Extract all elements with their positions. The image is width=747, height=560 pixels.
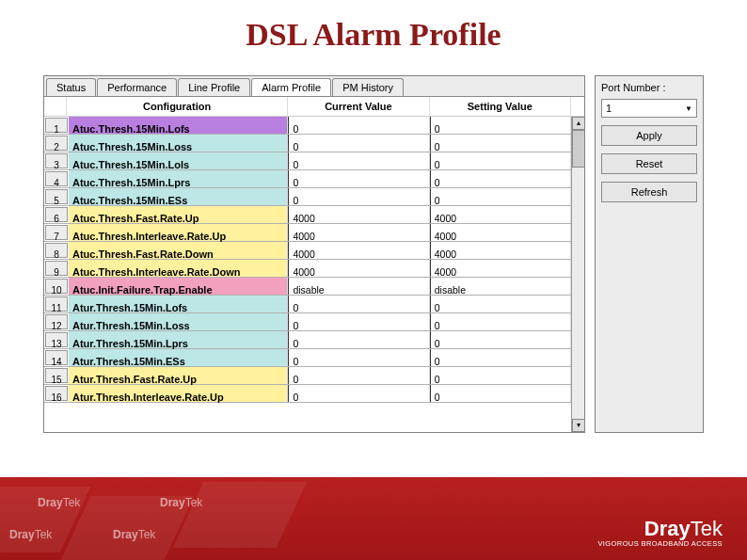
header-num (44, 97, 67, 116)
row-number: 16 (45, 386, 68, 401)
config-name: Atuc.Thresh.15Min.Lols (69, 152, 288, 169)
config-name: Atur.Thresh.Fast.Rate.Up (69, 367, 288, 384)
scroll-down-button[interactable]: ▾ (572, 419, 584, 432)
tab-status[interactable]: Status (46, 78, 96, 96)
side-panel: Port Number : 1 ▼ Apply Reset Refresh (595, 75, 704, 433)
setting-value[interactable]: 0 (430, 117, 571, 134)
current-value: 4000 (288, 242, 429, 259)
config-name: Atuc.Thresh.Fast.Rate.Down (69, 242, 288, 259)
table-row[interactable]: 2Atuc.Thresh.15Min.Loss00 (44, 135, 571, 152)
row-number: 3 (45, 153, 68, 168)
config-name: Atuc.Thresh.15Min.ESs (69, 188, 288, 205)
table-grid: 1Atuc.Thresh.15Min.Lofs002Atuc.Thresh.15… (44, 117, 584, 432)
row-number: 1 (45, 118, 68, 133)
setting-value[interactable]: 0 (430, 385, 571, 402)
footer: Confidential DrayTek DrayTek DrayTek Dra… (0, 477, 747, 560)
setting-value[interactable]: disable (430, 278, 571, 295)
table-row[interactable]: 9Atuc.Thresh.Interleave.Rate.Down4000400… (44, 260, 571, 278)
setting-value[interactable]: 0 (430, 188, 571, 205)
setting-value[interactable]: 0 (430, 152, 571, 169)
scroll-thumb[interactable] (572, 130, 584, 168)
setting-value[interactable]: 0 (430, 349, 571, 366)
row-number: 15 (45, 368, 68, 383)
row-number: 7 (45, 225, 68, 240)
config-name: Atuc.Init.Failure.Trap.Enable (69, 278, 288, 295)
setting-value[interactable]: 0 (430, 170, 571, 187)
config-name: Atuc.Thresh.Interleave.Rate.Down (69, 260, 288, 277)
table-row[interactable]: 4Atuc.Thresh.15Min.Lprs00 (44, 170, 571, 188)
brand-tagline: VIGOROUS BROADBAND ACCESS (597, 539, 723, 548)
row-number: 11 (45, 296, 68, 312)
setting-value[interactable]: 0 (430, 296, 571, 312)
table-row[interactable]: 5Atuc.Thresh.15Min.ESs00 (44, 188, 571, 206)
setting-value[interactable]: 4000 (430, 260, 571, 277)
current-value: 0 (288, 385, 429, 402)
current-value: 0 (288, 170, 429, 187)
current-value: 0 (288, 296, 429, 312)
config-name: Atur.Thresh.Interleave.Rate.Up (69, 385, 288, 402)
current-value: 4000 (288, 224, 429, 241)
watermark: DrayTek (160, 496, 202, 509)
watermark: DrayTek (38, 496, 80, 509)
current-value: 0 (288, 152, 429, 169)
chevron-down-icon: ▼ (685, 104, 692, 113)
table-row[interactable]: 12Atur.Thresh.15Min.Loss00 (44, 313, 571, 331)
vertical-scrollbar[interactable]: ▴ ▾ (571, 117, 584, 432)
config-name: Atuc.Thresh.Interleave.Rate.Up (69, 224, 288, 241)
table-row[interactable]: 7Atuc.Thresh.Interleave.Rate.Up40004000 (44, 224, 571, 242)
config-name: Atuc.Thresh.15Min.Lofs (69, 117, 288, 134)
tab-line-profile[interactable]: Line Profile (178, 78, 250, 96)
current-value: 0 (288, 117, 429, 134)
alarm-profile-panel: StatusPerformanceLine ProfileAlarm Profi… (43, 75, 704, 433)
setting-value[interactable]: 4000 (430, 224, 571, 241)
tab-body: Configuration Current Value Setting Valu… (44, 96, 584, 432)
current-value: 0 (288, 313, 429, 330)
table-row[interactable]: 14Atur.Thresh.15Min.ESs00 (44, 349, 571, 367)
row-number: 8 (45, 243, 68, 258)
tab-bar: StatusPerformanceLine ProfileAlarm Profi… (44, 76, 584, 96)
row-number: 4 (45, 171, 68, 186)
tab-performance[interactable]: Performance (97, 78, 177, 96)
config-name: Atur.Thresh.15Min.Lprs (69, 331, 288, 348)
table-row[interactable]: 10Atuc.Init.Failure.Trap.Enabledisabledi… (44, 278, 571, 296)
table-row[interactable]: 13Atur.Thresh.15Min.Lprs00 (44, 331, 571, 349)
table-row[interactable]: 11Atur.Thresh.15Min.Lofs00 (44, 296, 571, 313)
header-scroll-spacer (571, 97, 584, 116)
setting-value[interactable]: 4000 (430, 206, 571, 223)
current-value: 4000 (288, 206, 429, 223)
setting-value[interactable]: 0 (430, 367, 571, 384)
config-name: Atur.Thresh.15Min.Lofs (69, 296, 288, 312)
setting-value[interactable]: 0 (430, 331, 571, 348)
table-header: Configuration Current Value Setting Valu… (44, 97, 584, 117)
tab-alarm-profile[interactable]: Alarm Profile (251, 78, 331, 96)
table-row[interactable]: 16Atur.Thresh.Interleave.Rate.Up00 (44, 385, 571, 403)
port-number-select[interactable]: 1 ▼ (601, 99, 697, 118)
table-row[interactable]: 1Atuc.Thresh.15Min.Lofs00 (44, 117, 571, 135)
table-row[interactable]: 6Atuc.Thresh.Fast.Rate.Up40004000 (44, 206, 571, 224)
reset-button[interactable]: Reset (601, 153, 697, 174)
scroll-up-button[interactable]: ▴ (572, 117, 584, 130)
setting-value[interactable]: 0 (430, 313, 571, 330)
header-setting-value: Setting Value (430, 97, 571, 116)
header-configuration: Configuration (67, 97, 288, 116)
table-row[interactable]: 8Atuc.Thresh.Fast.Rate.Down40004000 (44, 242, 571, 260)
watermark: DrayTek (113, 528, 155, 541)
table-rows: 1Atuc.Thresh.15Min.Lofs002Atuc.Thresh.15… (44, 117, 571, 432)
refresh-button[interactable]: Refresh (601, 182, 697, 202)
current-value: 0 (288, 188, 429, 205)
current-value: 0 (288, 331, 429, 348)
row-number: 10 (45, 279, 68, 294)
current-value: 0 (288, 135, 429, 152)
header-current-value: Current Value (288, 97, 429, 116)
row-number: 13 (45, 332, 68, 347)
setting-value[interactable]: 4000 (430, 242, 571, 259)
port-number-label: Port Number : (601, 82, 697, 93)
table-row[interactable]: 15Atur.Thresh.Fast.Rate.Up00 (44, 367, 571, 385)
table-row[interactable]: 3Atuc.Thresh.15Min.Lols00 (44, 152, 571, 170)
tab-pm-history[interactable]: PM History (332, 78, 404, 96)
alarm-table-container: StatusPerformanceLine ProfileAlarm Profi… (43, 75, 585, 433)
current-value: disable (288, 278, 429, 295)
row-number: 14 (45, 350, 68, 365)
apply-button[interactable]: Apply (601, 125, 697, 146)
setting-value[interactable]: 0 (430, 135, 571, 152)
